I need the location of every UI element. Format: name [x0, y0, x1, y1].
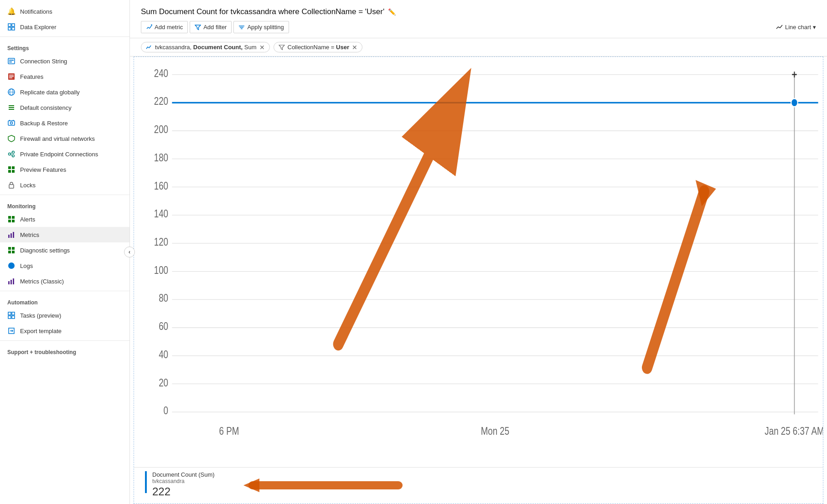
svg-text:200: 200	[154, 123, 168, 135]
sidebar-item-locks[interactable]: Locks	[0, 177, 129, 193]
default-consistency-icon	[7, 103, 16, 112]
svg-rect-9	[9, 76, 14, 77]
sidebar-item-label: Tasks (preview)	[20, 312, 61, 319]
svg-rect-5	[9, 60, 14, 61]
svg-text:180: 180	[154, 152, 168, 163]
svg-rect-8	[9, 75, 14, 76]
sidebar-item-label: Notifications	[20, 8, 52, 15]
settings-section-title: Settings	[0, 39, 129, 53]
private-endpoint-icon	[7, 150, 16, 158]
sidebar-item-logs[interactable]: Logs	[0, 258, 129, 273]
legend-color-bar	[145, 471, 147, 493]
sidebar-item-diagnostic-settings[interactable]: Diagnostic settings	[0, 242, 129, 258]
add-filter-button[interactable]: Add filter	[190, 21, 232, 33]
notifications-icon: 🔔	[7, 7, 16, 15]
sidebar-item-metrics[interactable]: Metrics	[0, 227, 129, 242]
svg-rect-35	[8, 235, 10, 238]
apply-splitting-icon	[238, 24, 245, 31]
svg-point-23	[12, 155, 15, 157]
svg-rect-2	[8, 27, 11, 30]
sidebar-item-label: Default consistency	[20, 104, 72, 111]
filter-pill-text: CollectionName = User	[288, 44, 350, 51]
sidebar-item-default-consistency[interactable]: Default consistency	[0, 100, 129, 115]
sidebar-item-connection-string[interactable]: Connection String	[0, 53, 129, 69]
add-metric-label: Add metric	[155, 24, 183, 31]
sidebar-item-tasks-preview[interactable]: Tasks (preview)	[0, 308, 129, 323]
sidebar-item-notifications[interactable]: 🔔 Notifications	[0, 4, 129, 19]
svg-rect-32	[12, 216, 15, 219]
svg-text:220: 220	[154, 96, 168, 107]
chart-edit-icon[interactable]: ✏️	[388, 8, 396, 15]
sidebar-item-label: Features	[20, 73, 43, 80]
sidebar-item-label: Preview Features	[20, 166, 66, 173]
svg-rect-40	[8, 251, 11, 253]
add-metric-button[interactable]: Add metric	[141, 21, 188, 33]
svg-rect-43	[8, 281, 10, 284]
sidebar-item-features[interactable]: Features	[0, 69, 129, 84]
sidebar-item-export-template[interactable]: Export template	[0, 323, 129, 339]
legend-text-block: Document Count (Sum) tvkcassandra 222	[152, 471, 215, 498]
sidebar-item-alerts[interactable]: Alerts	[0, 211, 129, 227]
metric-pill[interactable]: tvkcassandra, Document Count, Sum ✕	[141, 42, 270, 52]
svg-rect-46	[8, 312, 11, 315]
sidebar-item-label: Backup & Restore	[20, 120, 68, 127]
svg-rect-37	[13, 232, 14, 238]
toolbar-left: Add metric Add filter Apply splitting	[141, 21, 289, 33]
firewall-icon	[7, 134, 16, 143]
sidebar-item-backup-restore[interactable]: Backup & Restore	[0, 115, 129, 131]
sidebar-item-private-endpoint[interactable]: Private Endpoint Connections	[0, 146, 129, 162]
sidebar-item-firewall[interactable]: Firewall and virtual networks	[0, 131, 129, 146]
svg-marker-98	[243, 478, 259, 492]
sidebar-item-replicate-data[interactable]: Replicate data globally	[0, 84, 129, 100]
chart-svg: 240 220 200 180 160 140 120 100 80 60 40…	[134, 57, 823, 467]
svg-rect-10	[9, 77, 12, 78]
metric-pill-close[interactable]: ✕	[259, 44, 265, 51]
replicate-data-icon	[7, 88, 16, 96]
line-chart-label: Line chart	[785, 24, 811, 31]
chart-header: Sum Document Count for tvkcassandra wher…	[130, 0, 827, 16]
data-explorer-icon	[7, 23, 16, 31]
svg-line-24	[11, 153, 12, 154]
sidebar-item-label: Metrics (Classic)	[20, 278, 64, 285]
toolbar-right: Line chart ▾	[776, 24, 816, 31]
add-filter-icon	[195, 24, 201, 31]
svg-rect-27	[12, 166, 15, 169]
legend-value: 222	[152, 485, 215, 498]
apply-splitting-button[interactable]: Apply splitting	[233, 21, 289, 33]
svg-rect-44	[10, 280, 12, 284]
svg-rect-36	[10, 233, 12, 238]
svg-point-42	[8, 262, 15, 269]
sidebar-item-label: Diagnostic settings	[20, 247, 70, 254]
sidebar-item-label: Firewall and virtual networks	[20, 135, 95, 142]
filter-pill-close[interactable]: ✕	[352, 44, 357, 51]
svg-rect-0	[8, 24, 11, 26]
sidebar-item-label: Replicate data globally	[20, 89, 80, 96]
svg-rect-29	[12, 170, 15, 173]
sidebar-item-data-explorer[interactable]: Data Explorer	[0, 19, 129, 35]
sidebar-item-preview-features[interactable]: Preview Features	[0, 162, 129, 177]
support-section-title: Support + troubleshooting	[0, 343, 129, 357]
svg-point-18	[10, 122, 13, 124]
line-chart-chevron[interactable]: ▾	[813, 24, 816, 31]
features-icon	[7, 72, 16, 81]
svg-rect-48	[8, 316, 11, 319]
export-template-icon	[7, 327, 16, 335]
sidebar-item-label: Export template	[20, 328, 62, 334]
metric-pill-icon	[146, 45, 152, 50]
alerts-icon	[7, 215, 16, 223]
svg-point-87	[791, 98, 798, 107]
logs-icon	[7, 262, 16, 270]
sidebar-item-label: Metrics	[20, 231, 39, 238]
svg-text:Mon 25: Mon 25	[481, 425, 510, 437]
locks-icon	[7, 181, 16, 189]
svg-rect-34	[12, 220, 15, 222]
svg-text:20: 20	[159, 377, 168, 388]
filter-pill[interactable]: CollectionName = User ✕	[274, 42, 363, 52]
sidebar-collapse-button[interactable]: ‹	[124, 247, 135, 257]
svg-rect-4	[8, 58, 15, 64]
svg-line-25	[11, 154, 12, 155]
sidebar-item-metrics-classic[interactable]: Metrics (Classic)	[0, 273, 129, 289]
tasks-preview-icon	[7, 311, 16, 319]
svg-rect-1	[12, 24, 15, 26]
sidebar-item-label: Locks	[20, 182, 36, 189]
